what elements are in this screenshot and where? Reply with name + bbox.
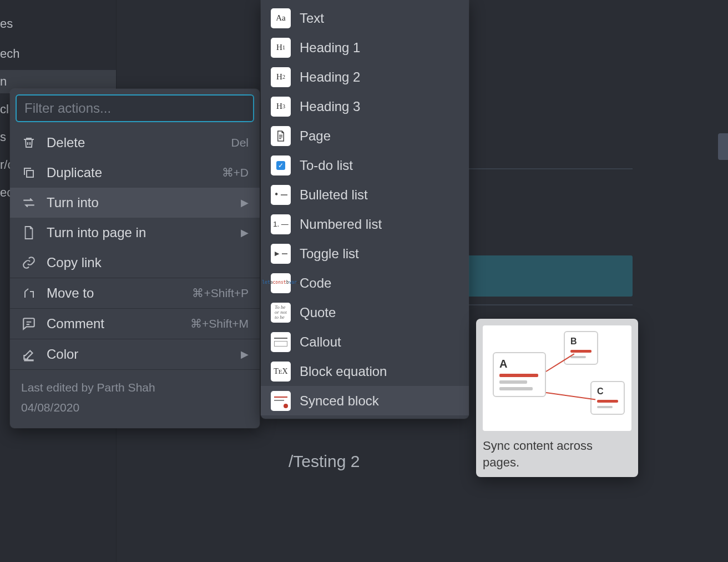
menu-item-shortcut: Del bbox=[231, 136, 249, 149]
last-edited-by: Last edited by Parth Shah bbox=[21, 378, 249, 398]
numbered-tile-icon: 1. — bbox=[271, 214, 291, 234]
turn-into-option-numbered-list[interactable]: 1. — Numbered list bbox=[261, 209, 469, 239]
toggle-tile-icon bbox=[271, 244, 291, 264]
menu-item-shortcut: ⌘+Shift+M bbox=[190, 317, 249, 330]
preview-illustration: A B C bbox=[483, 325, 631, 431]
menu-item-label: Turn into bbox=[47, 195, 241, 210]
svg-rect-0 bbox=[27, 170, 33, 177]
menu-item-label: Duplicate bbox=[47, 165, 222, 180]
menu-item-shortcut: ⌘+D bbox=[222, 166, 249, 179]
turn-into-option-synced-block[interactable]: Synced block bbox=[261, 386, 469, 415]
turn-into-option-text[interactable]: Aa Text bbox=[261, 3, 469, 33]
todo-tile-icon bbox=[271, 155, 291, 175]
page-tile-icon bbox=[271, 126, 291, 146]
last-edited-date: 04/08/2020 bbox=[21, 398, 249, 418]
turn-into-option-bulleted-list[interactable]: Bulleted list bbox=[261, 180, 469, 209]
option-label: Toggle list bbox=[300, 246, 359, 262]
menu-item-turn-into-page-in[interactable]: Turn into page in ▶ bbox=[10, 218, 260, 248]
synced-block-tile-icon bbox=[271, 391, 291, 411]
menu-item-label: Move to bbox=[47, 285, 192, 301]
slash-command-text: /Testing 2 bbox=[289, 452, 360, 471]
duplicate-icon bbox=[21, 165, 37, 180]
menu-item-delete[interactable]: Delete Del bbox=[10, 128, 260, 158]
quote-tile-icon: To beor notto be bbox=[271, 303, 291, 323]
option-label: Numbered list bbox=[300, 217, 382, 232]
comment-icon bbox=[21, 316, 37, 332]
menu-item-label: Copy link bbox=[47, 255, 249, 270]
option-label: Callout bbox=[300, 334, 341, 350]
option-label: Block equation bbox=[300, 364, 387, 379]
chevron-right-icon: ▶ bbox=[241, 197, 249, 209]
menu-item-color[interactable]: Color ▶ bbox=[10, 339, 260, 369]
sidebar-item[interactable]: es bbox=[0, 12, 116, 36]
menu-item-comment[interactable]: Comment ⌘+Shift+M bbox=[10, 309, 260, 339]
menu-item-copy-link[interactable]: Copy link bbox=[10, 248, 260, 278]
chevron-right-icon: ▶ bbox=[241, 348, 249, 360]
option-label: Quote bbox=[300, 305, 336, 320]
option-label: Page bbox=[300, 128, 331, 144]
menu-item-label: Comment bbox=[47, 316, 190, 332]
turn-into-option-quote[interactable]: To beor notto be Quote bbox=[261, 298, 469, 327]
turn-into-option-callout[interactable]: Callout bbox=[261, 327, 469, 357]
h1-tile-icon: H1 bbox=[271, 38, 291, 58]
menu-item-duplicate[interactable]: Duplicate ⌘+D bbox=[10, 158, 260, 188]
turn-into-option-toggle-list[interactable]: Toggle list bbox=[261, 239, 469, 268]
option-label: Text bbox=[300, 11, 324, 26]
trash-icon bbox=[21, 135, 37, 150]
option-label: Heading 1 bbox=[300, 40, 360, 56]
turn-into-option-heading-2[interactable]: H2 Heading 2 bbox=[261, 62, 469, 92]
turn-into-option-block-equation[interactable]: TEX Block equation bbox=[261, 357, 469, 386]
option-label: Code bbox=[300, 275, 331, 291]
h2-tile-icon: H2 bbox=[271, 67, 291, 87]
filter-actions-input[interactable] bbox=[16, 94, 254, 122]
menu-item-shortcut: ⌘+Shift+P bbox=[192, 287, 249, 300]
scrollbar-thumb[interactable] bbox=[718, 133, 728, 160]
callout-tile-icon bbox=[271, 332, 291, 352]
move-icon bbox=[21, 285, 37, 301]
text-tile-icon: Aa bbox=[271, 8, 291, 28]
link-icon bbox=[21, 255, 37, 270]
menu-item-label: Color bbox=[47, 347, 241, 362]
option-label: To-do list bbox=[300, 158, 353, 173]
preview-card-letter: B bbox=[570, 337, 592, 347]
turn-into-icon bbox=[21, 195, 37, 210]
tex-tile-icon: TEX bbox=[271, 362, 291, 382]
page-icon bbox=[21, 225, 37, 240]
turn-into-option-heading-1[interactable]: H1 Heading 1 bbox=[261, 33, 469, 62]
block-preview-tooltip: A B C Sync content across pages. bbox=[476, 319, 638, 477]
menu-footer: Last edited by Parth Shah 04/08/2020 bbox=[10, 370, 260, 428]
option-label: Synced block bbox=[300, 393, 379, 409]
turn-into-option-page[interactable]: Page bbox=[261, 121, 469, 150]
block-context-menu: Delete Del Duplicate ⌘+D Turn into ▶ Tur… bbox=[10, 89, 260, 428]
code-tile-icon: let aconst bvar c bbox=[271, 273, 291, 293]
preview-card-letter: A bbox=[499, 358, 539, 370]
turn-into-option-code[interactable]: let aconst bvar c Code bbox=[261, 268, 469, 298]
chevron-right-icon: ▶ bbox=[241, 227, 249, 239]
color-icon bbox=[21, 347, 37, 362]
option-label: Heading 2 bbox=[300, 69, 360, 85]
preview-card-letter: C bbox=[597, 387, 618, 397]
option-label: Heading 3 bbox=[300, 99, 360, 114]
sidebar-item[interactable]: ech bbox=[0, 42, 116, 66]
menu-item-label: Turn into page in bbox=[47, 225, 241, 240]
turn-into-option-heading-3[interactable]: H3 Heading 3 bbox=[261, 92, 469, 121]
menu-item-label: Delete bbox=[47, 135, 231, 150]
preview-description: Sync content across pages. bbox=[483, 438, 631, 470]
menu-item-turn-into[interactable]: Turn into ▶ bbox=[10, 188, 260, 218]
turn-into-submenu: Aa Text H1 Heading 1 H2 Heading 2 H3 Hea… bbox=[261, 0, 469, 419]
h3-tile-icon: H3 bbox=[271, 97, 291, 117]
menu-item-move-to[interactable]: Move to ⌘+Shift+P bbox=[10, 278, 260, 308]
option-label: Bulleted list bbox=[300, 187, 368, 203]
turn-into-option-todo-list[interactable]: To-do list bbox=[261, 150, 469, 180]
bulleted-tile-icon bbox=[271, 185, 291, 205]
